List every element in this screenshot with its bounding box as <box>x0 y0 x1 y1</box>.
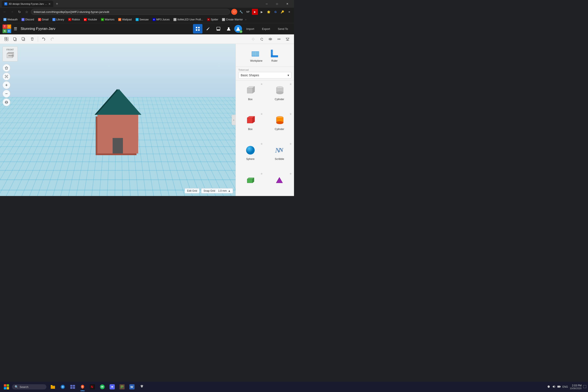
export-button[interactable]: Export <box>258 26 274 32</box>
fit-view-button[interactable] <box>2 73 10 80</box>
shape-extra-2-icon <box>273 174 286 186</box>
play-icon[interactable]: ▶ <box>259 9 265 15</box>
select-all-tool[interactable] <box>2 35 10 43</box>
bookmark-roblox[interactable]: R Roblox <box>66 18 82 22</box>
snap-grid-increment[interactable]: ▲ <box>228 189 230 192</box>
tinkercad-logo[interactable]: T I N K <box>2 24 11 33</box>
minimize-button[interactable]: ─ <box>262 0 272 7</box>
grid-view-button[interactable] <box>193 24 202 34</box>
brave-shield-icon[interactable]: 🛡 <box>231 9 237 15</box>
duplicate-tool[interactable] <box>20 35 28 43</box>
align-tool[interactable] <box>275 35 283 43</box>
new-tab-button[interactable]: + <box>54 1 60 7</box>
light-tool[interactable] <box>249 35 257 43</box>
shape-scribble[interactable]: ★ N N Scribble <box>265 140 294 170</box>
extension-icon-np[interactable]: NP <box>245 9 251 15</box>
bookmark-youtube[interactable]: ▶ Youtube <box>82 18 99 22</box>
zoom-out-button[interactable] <box>2 90 10 98</box>
svg-rect-31 <box>6 68 7 70</box>
active-tab[interactable]: T 3D design Stunning Fyyran-Jarv | T ✕ <box>2 1 53 7</box>
bookmark-button[interactable]: ☆ <box>24 9 30 15</box>
shapes-category-label: Tinkercad <box>238 68 292 71</box>
workplane-tool[interactable]: Workplane <box>248 46 265 64</box>
view-cube[interactable]: FRONT FRONT <box>2 46 18 62</box>
ruler-tool[interactable]: Ruler <box>267 46 282 64</box>
bookmark-seesaw[interactable]: S Seesaw <box>134 18 150 22</box>
shape-star-icon[interactable]: ★ <box>289 82 292 86</box>
shape-star-icon[interactable]: ★ <box>260 82 263 86</box>
tools-button[interactable] <box>203 24 213 34</box>
forward-button[interactable]: → <box>9 9 15 15</box>
cylinder-orange-icon <box>273 114 286 127</box>
home-view-button[interactable] <box>2 64 10 72</box>
bookmark-itsmeleded[interactable]: ✕ ItsMeLED User Profi... <box>172 18 204 22</box>
rotate-tool[interactable] <box>258 35 266 43</box>
bookmark-warriors[interactable]: W Warriors <box>99 18 116 22</box>
svg-marker-52 <box>247 88 252 93</box>
shape-star-icon[interactable]: ★ <box>260 172 263 175</box>
shape-star-icon[interactable]: ★ <box>289 112 292 116</box>
mirror-tool[interactable] <box>266 35 274 43</box>
menu-icon[interactable]: ☰ <box>14 26 17 31</box>
shape-star-icon[interactable]: ★ <box>289 172 292 175</box>
edit-grid-button[interactable]: Edit Grid <box>184 188 200 194</box>
shape-star-icon[interactable]: ★ <box>260 112 263 116</box>
svg-rect-2 <box>196 29 197 31</box>
svg-rect-1 <box>198 27 200 28</box>
panel-collapse-handle[interactable]: › <box>232 115 236 125</box>
redo-tool[interactable] <box>48 35 56 43</box>
toolbar-separator-1 <box>38 36 38 42</box>
tab-close-button[interactable]: ✕ <box>48 2 51 6</box>
send-to-button[interactable]: Send To <box>274 26 292 32</box>
house-3d-model[interactable] <box>96 89 139 154</box>
extension-icon-3[interactable]: 🌟 <box>266 9 272 15</box>
svg-point-6 <box>228 27 230 29</box>
shapes-grid: ★ <box>236 80 294 196</box>
shape-sphere[interactable]: ★ Sphere <box>236 140 265 170</box>
bookmark-mp3juices[interactable]: M MP3 Juices <box>151 18 171 22</box>
maximize-button[interactable]: □ <box>272 0 282 7</box>
bookmark-discord[interactable]: D Discord <box>20 18 36 22</box>
shape-extra-1[interactable]: ★ <box>236 170 265 196</box>
shape-cylinder-orange[interactable]: ★ Cylinder <box>265 110 294 140</box>
shapes-dropdown[interactable]: Basic Shapes ▾ <box>238 72 292 78</box>
toolbar <box>0 34 294 44</box>
shape-cylinder-gray[interactable]: ★ Cylin <box>265 80 294 110</box>
bookmark-webauth[interactable]: W Webauth <box>2 18 19 22</box>
shape-star-icon[interactable]: ★ <box>289 142 292 146</box>
close-button[interactable]: ✕ <box>282 0 292 7</box>
extension-icon-4[interactable]: 🔑 <box>280 9 286 15</box>
export-icon-button[interactable] <box>214 24 223 34</box>
user-profile-button[interactable] <box>224 24 234 34</box>
delete-tool[interactable] <box>28 35 36 43</box>
bookmarks-overflow-icon[interactable]: › <box>246 18 246 21</box>
bookmark-spider[interactable]: ✕ Spider <box>205 18 220 22</box>
shape-star-icon[interactable]: ★ <box>260 142 263 146</box>
extension-icon-2[interactable]: ▶ <box>252 9 258 15</box>
extension-icon-g[interactable]: G <box>272 9 278 15</box>
back-button[interactable]: ← <box>2 9 8 15</box>
house-roof <box>96 89 142 115</box>
shape-box-gray[interactable]: ★ <box>236 80 265 110</box>
viewport[interactable]: FRONT FRONT <box>0 44 236 196</box>
bookmark-gmail[interactable]: G Gmail <box>36 18 50 22</box>
extension-icon-1[interactable]: 🔧 <box>238 9 244 15</box>
svg-point-32 <box>6 76 7 77</box>
zoom-in-button[interactable] <box>2 81 10 89</box>
undo-tool[interactable] <box>40 35 48 43</box>
bookmark-library[interactable]: L Library <box>51 18 66 22</box>
copy-tool[interactable] <box>11 35 19 43</box>
bookmark-wattpad[interactable]: W Wattpad <box>116 18 133 22</box>
bookmark-createwarrior[interactable]: ✕ Create Warrior <box>220 18 244 22</box>
perspective-button[interactable] <box>2 98 10 106</box>
app-header: T I N K ☰ Stunning Fyyran-Jarv <box>0 23 294 34</box>
shape-box-red[interactable]: ★ Box <box>236 110 265 140</box>
shape-extra-2[interactable]: ★ <box>265 170 294 196</box>
address-input[interactable] <box>31 9 230 15</box>
flip-tool[interactable] <box>284 35 292 43</box>
svg-rect-4 <box>217 27 220 30</box>
snap-grid-value: 1.0 mm <box>218 189 227 192</box>
import-button[interactable]: Import <box>243 26 258 32</box>
menu-icon[interactable]: ≡ <box>286 9 292 15</box>
reload-button[interactable]: ↻ <box>16 9 22 15</box>
